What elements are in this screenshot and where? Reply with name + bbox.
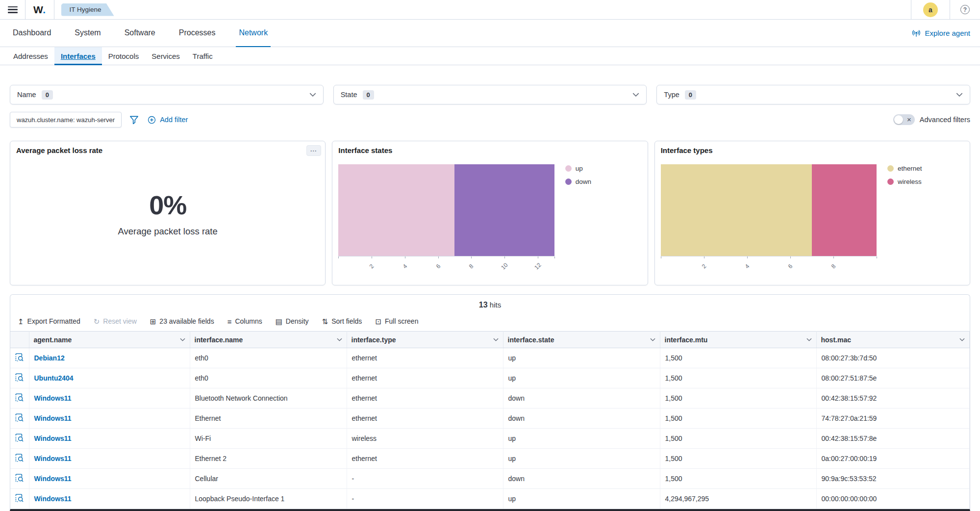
interface-name-cell[interactable]: Bluetooth Network Connection <box>190 388 347 409</box>
interface-state-cell[interactable]: up <box>503 429 660 449</box>
interface-mtu-cell[interactable]: 4,294,967,295 <box>660 489 816 509</box>
column-header-interface-name[interactable]: interface.name <box>190 332 347 348</box>
agent-name-link[interactable]: Windows11 <box>34 394 72 402</box>
interface-name-cell[interactable]: Wi-Fi <box>190 429 347 449</box>
interface-type-cell[interactable]: ethernet <box>347 409 503 429</box>
subtab-interfaces[interactable]: Interfaces <box>54 47 102 65</box>
inspect-document-icon[interactable] <box>15 393 24 402</box>
interface-type-cell[interactable]: ethernet <box>347 449 503 469</box>
interface-mtu-cell[interactable]: 1,500 <box>660 388 816 409</box>
agent-name-link[interactable]: Windows11 <box>34 495 72 503</box>
interface-state-cell[interactable]: down <box>503 409 660 429</box>
bar-segment-ethernet[interactable] <box>661 164 812 256</box>
export-formatted-button[interactable]: ↥ Export Formatted <box>18 317 80 325</box>
tab-software[interactable]: Software <box>122 20 158 47</box>
host-mac-cell[interactable]: 00:42:38:15:57:92 <box>816 388 970 409</box>
state-filter-select[interactable]: State 0 <box>333 85 647 104</box>
interface-state-cell[interactable]: down <box>503 388 660 409</box>
agent-name-link[interactable]: Ubuntu2404 <box>34 374 74 382</box>
tab-dashboard[interactable]: Dashboard <box>10 20 54 47</box>
column-header-interface-mtu[interactable]: interface.mtu <box>660 332 816 348</box>
inspect-document-icon[interactable] <box>15 453 24 462</box>
interface-name-cell[interactable]: Cellular <box>190 469 347 489</box>
host-mac-cell[interactable]: 08:00:27:51:87:5e <box>816 368 970 388</box>
breadcrumb[interactable]: IT Hygiene <box>61 3 114 16</box>
interface-mtu-cell[interactable]: 1,500 <box>660 409 816 429</box>
legend-item-ethernet[interactable]: ethernet <box>887 165 964 172</box>
help-icon[interactable]: ? <box>960 5 970 14</box>
legend-item-wireless[interactable]: wireless <box>887 178 964 185</box>
interface-state-cell[interactable]: up <box>503 368 660 388</box>
interface-mtu-cell[interactable]: 1,500 <box>660 348 816 368</box>
inspect-document-icon[interactable] <box>15 353 24 362</box>
wazuh-logo[interactable]: W. <box>33 4 46 16</box>
legend-item-down[interactable]: down <box>565 178 642 185</box>
interface-state-cell[interactable]: down <box>503 469 660 489</box>
tab-processes[interactable]: Processes <box>176 20 219 47</box>
advanced-filters-toggle[interactable]: × <box>893 114 915 125</box>
tab-system[interactable]: System <box>72 20 103 47</box>
host-mac-cell[interactable]: 0a:00:27:00:00:19 <box>816 449 970 469</box>
agent-name-link[interactable]: Windows11 <box>34 434 72 442</box>
interface-type-cell[interactable]: wireless <box>347 429 503 449</box>
interface-mtu-cell[interactable]: 1,500 <box>660 449 816 469</box>
host-mac-cell[interactable]: 74:78:27:0a:21:59 <box>816 409 970 429</box>
interface-name-cell[interactable]: eth0 <box>190 368 347 388</box>
agent-name-link[interactable]: Windows11 <box>34 475 72 483</box>
interface-mtu-cell[interactable]: 1,500 <box>660 368 816 388</box>
host-mac-cell[interactable]: 90:9a:9c:53:53:52 <box>816 469 970 489</box>
inspect-document-icon[interactable] <box>15 473 24 483</box>
interface-type-cell[interactable]: ethernet <box>347 368 503 388</box>
column-header-agent-name[interactable]: agent.name <box>29 332 190 348</box>
column-header-host-mac[interactable]: host.mac <box>816 332 970 348</box>
legend-item-up[interactable]: up <box>565 165 642 172</box>
column-header-interface-type[interactable]: interface.type <box>347 332 503 348</box>
agent-name-link[interactable]: Debian12 <box>34 354 65 362</box>
host-mac-cell[interactable]: 08:00:27:3b:7d:50 <box>816 348 970 368</box>
column-header-interface-state[interactable]: interface.state <box>503 332 660 348</box>
host-mac-cell[interactable]: 00:00:00:00:00:00 <box>816 489 970 509</box>
sort-fields-button[interactable]: ⇅ Sort fields <box>322 317 362 325</box>
columns-button[interactable]: ≡ Columns <box>227 317 262 325</box>
inspect-document-icon[interactable] <box>15 373 24 382</box>
interface-name-cell[interactable]: Ethernet <box>190 409 347 429</box>
name-filter-select[interactable]: Name 0 <box>10 85 324 104</box>
bar-segment-wireless[interactable] <box>812 164 877 256</box>
agent-name-link[interactable]: Windows11 <box>34 455 72 462</box>
interface-state-cell[interactable]: up <box>503 449 660 469</box>
type-filter-select[interactable]: Type 0 <box>656 85 970 104</box>
subtab-traffic[interactable]: Traffic <box>186 47 219 65</box>
avatar[interactable]: a <box>923 2 938 17</box>
add-filter-button[interactable]: Add filter <box>148 116 188 124</box>
explore-agent-link[interactable]: Explore agent <box>912 20 970 47</box>
interface-type-cell[interactable]: - <box>347 469 503 489</box>
interface-mtu-cell[interactable]: 1,500 <box>660 429 816 449</box>
host-mac-cell[interactable]: 00:42:38:15:57:8e <box>816 429 970 449</box>
subtab-services[interactable]: Services <box>145 47 186 65</box>
interface-type-cell[interactable]: ethernet <box>347 348 503 368</box>
bar-plot-area[interactable] <box>338 164 554 256</box>
cluster-filter-pill[interactable]: wazuh.cluster.name: wazuh-server <box>10 112 122 128</box>
filter-funnel-button[interactable] <box>129 115 139 125</box>
subtab-protocols[interactable]: Protocols <box>102 47 146 65</box>
bar-segment-down[interactable] <box>454 164 554 256</box>
subtab-addresses[interactable]: Addresses <box>7 47 54 65</box>
interface-state-cell[interactable]: up <box>503 489 660 509</box>
interface-name-cell[interactable]: Ethernet 2 <box>190 449 347 469</box>
inspect-document-icon[interactable] <box>15 433 24 442</box>
bar-segment-up[interactable] <box>338 164 454 256</box>
full-screen-button[interactable]: ⊡ Full screen <box>375 317 418 325</box>
menu-icon[interactable] <box>8 6 18 13</box>
interface-type-cell[interactable]: ethernet <box>347 388 503 409</box>
interface-name-cell[interactable]: Loopback Pseudo-Interface 1 <box>190 489 347 509</box>
density-button[interactable]: ▤ Density <box>276 317 309 325</box>
interface-type-cell[interactable]: - <box>347 489 503 509</box>
bar-plot-area[interactable] <box>661 164 877 256</box>
inspect-document-icon[interactable] <box>15 493 24 503</box>
inspect-document-icon[interactable] <box>15 413 24 422</box>
panel-options-button[interactable]: ▪▪▪ <box>306 145 321 156</box>
agent-name-link[interactable]: Windows11 <box>34 414 72 422</box>
available-fields-button[interactable]: ⊞ 23 available fields <box>150 317 214 325</box>
interface-mtu-cell[interactable]: 1,500 <box>660 469 816 489</box>
tab-network[interactable]: Network <box>236 20 271 47</box>
